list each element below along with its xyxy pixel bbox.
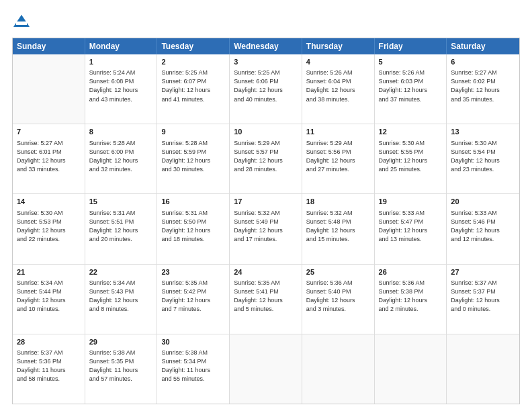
day-cell-10: 10Sunrise: 5:29 AM Sunset: 5:57 PM Dayli… (230, 124, 302, 193)
weekday-header-thursday: Thursday (302, 38, 375, 54)
day-cell-25: 25Sunrise: 5:36 AM Sunset: 5:40 PM Dayli… (302, 265, 375, 334)
day-cell-1: 1Sunrise: 5:24 AM Sunset: 6:08 PM Daylig… (85, 54, 158, 124)
day-cell-21: 21Sunrise: 5:34 AM Sunset: 5:44 PM Dayli… (13, 265, 85, 334)
day-number: 19 (379, 197, 443, 207)
day-cell-15: 15Sunrise: 5:31 AM Sunset: 5:51 PM Dayli… (85, 194, 158, 263)
day-cell-4: 4Sunrise: 5:26 AM Sunset: 6:04 PM Daylig… (302, 54, 375, 124)
calendar-row-4: 28Sunrise: 5:37 AM Sunset: 5:36 PM Dayli… (13, 334, 519, 404)
calendar-row-1: 7Sunrise: 5:27 AM Sunset: 6:01 PM Daylig… (13, 124, 519, 194)
day-number: 6 (451, 57, 515, 67)
day-number: 30 (161, 337, 225, 347)
page: SundayMondayTuesdayWednesdayThursdayFrid… (0, 0, 532, 411)
logo (12, 12, 34, 31)
day-info: Sunrise: 5:34 AM Sunset: 5:44 PM Dayligh… (17, 279, 81, 314)
day-info: Sunrise: 5:28 AM Sunset: 5:59 PM Dayligh… (161, 139, 225, 174)
day-info: Sunrise: 5:35 AM Sunset: 5:41 PM Dayligh… (234, 279, 298, 314)
day-number: 11 (306, 127, 370, 137)
day-cell-7: 7Sunrise: 5:27 AM Sunset: 6:01 PM Daylig… (13, 124, 85, 193)
weekday-header-tuesday: Tuesday (157, 38, 230, 54)
day-cell-27: 27Sunrise: 5:37 AM Sunset: 5:37 PM Dayli… (447, 265, 519, 334)
day-cell-18: 18Sunrise: 5:32 AM Sunset: 5:48 PM Dayli… (302, 194, 375, 263)
weekday-header-wednesday: Wednesday (230, 38, 302, 54)
day-number: 16 (161, 197, 225, 207)
empty-cell-4-4 (302, 334, 375, 404)
day-cell-23: 23Sunrise: 5:35 AM Sunset: 5:42 PM Dayli… (157, 265, 230, 334)
day-cell-19: 19Sunrise: 5:33 AM Sunset: 5:47 PM Dayli… (375, 194, 447, 263)
logo-icon (12, 12, 31, 31)
empty-cell-4-3 (230, 334, 302, 404)
day-info: Sunrise: 5:31 AM Sunset: 5:51 PM Dayligh… (89, 209, 153, 244)
day-number: 20 (451, 197, 515, 207)
day-info: Sunrise: 5:32 AM Sunset: 5:48 PM Dayligh… (306, 209, 370, 244)
calendar-row-3: 21Sunrise: 5:34 AM Sunset: 5:44 PM Dayli… (13, 265, 519, 334)
day-cell-20: 20Sunrise: 5:33 AM Sunset: 5:46 PM Dayli… (447, 194, 519, 263)
day-cell-11: 11Sunrise: 5:29 AM Sunset: 5:56 PM Dayli… (302, 124, 375, 193)
day-info: Sunrise: 5:28 AM Sunset: 6:00 PM Dayligh… (89, 139, 153, 174)
day-number: 21 (17, 267, 81, 277)
day-number: 29 (89, 337, 153, 347)
empty-cell-4-6 (447, 334, 519, 404)
day-cell-14: 14Sunrise: 5:30 AM Sunset: 5:53 PM Dayli… (13, 194, 85, 263)
day-cell-8: 8Sunrise: 5:28 AM Sunset: 6:00 PM Daylig… (85, 124, 158, 193)
day-cell-24: 24Sunrise: 5:35 AM Sunset: 5:41 PM Dayli… (230, 265, 302, 334)
day-number: 23 (161, 267, 225, 277)
calendar-body: 1Sunrise: 5:24 AM Sunset: 6:08 PM Daylig… (13, 54, 519, 404)
day-cell-26: 26Sunrise: 5:36 AM Sunset: 5:38 PM Dayli… (375, 265, 447, 334)
day-info: Sunrise: 5:36 AM Sunset: 5:38 PM Dayligh… (379, 279, 443, 314)
day-info: Sunrise: 5:32 AM Sunset: 5:49 PM Dayligh… (234, 209, 298, 244)
day-number: 2 (161, 57, 225, 67)
day-number: 14 (17, 197, 81, 207)
day-info: Sunrise: 5:30 AM Sunset: 5:53 PM Dayligh… (17, 209, 81, 244)
day-number: 7 (17, 127, 81, 137)
day-info: Sunrise: 5:25 AM Sunset: 6:06 PM Dayligh… (234, 68, 298, 103)
day-cell-16: 16Sunrise: 5:31 AM Sunset: 5:50 PM Dayli… (157, 194, 230, 263)
day-number: 25 (306, 267, 370, 277)
day-info: Sunrise: 5:26 AM Sunset: 6:04 PM Dayligh… (306, 68, 370, 103)
day-cell-3: 3Sunrise: 5:25 AM Sunset: 6:06 PM Daylig… (230, 54, 302, 124)
day-info: Sunrise: 5:25 AM Sunset: 6:07 PM Dayligh… (161, 68, 225, 103)
day-cell-12: 12Sunrise: 5:30 AM Sunset: 5:55 PM Dayli… (375, 124, 447, 193)
day-cell-6: 6Sunrise: 5:27 AM Sunset: 6:02 PM Daylig… (447, 54, 519, 124)
empty-cell-4-5 (375, 334, 447, 404)
day-number: 26 (379, 267, 443, 277)
weekday-header-sunday: Sunday (13, 38, 85, 54)
day-info: Sunrise: 5:27 AM Sunset: 6:02 PM Dayligh… (451, 68, 515, 103)
day-number: 12 (379, 127, 443, 137)
day-number: 3 (234, 57, 298, 67)
day-number: 1 (89, 57, 153, 67)
day-cell-17: 17Sunrise: 5:32 AM Sunset: 5:49 PM Dayli… (230, 194, 302, 263)
day-number: 15 (89, 197, 153, 207)
day-info: Sunrise: 5:27 AM Sunset: 6:01 PM Dayligh… (17, 139, 81, 174)
calendar-row-0: 1Sunrise: 5:24 AM Sunset: 6:08 PM Daylig… (13, 54, 519, 124)
day-info: Sunrise: 5:24 AM Sunset: 6:08 PM Dayligh… (89, 68, 153, 103)
day-cell-2: 2Sunrise: 5:25 AM Sunset: 6:07 PM Daylig… (157, 54, 230, 124)
day-number: 10 (234, 127, 298, 137)
day-cell-5: 5Sunrise: 5:26 AM Sunset: 6:03 PM Daylig… (375, 54, 447, 124)
day-number: 27 (451, 267, 515, 277)
header (12, 12, 520, 31)
day-number: 28 (17, 337, 81, 347)
day-info: Sunrise: 5:36 AM Sunset: 5:40 PM Dayligh… (306, 279, 370, 314)
day-info: Sunrise: 5:29 AM Sunset: 5:56 PM Dayligh… (306, 139, 370, 174)
day-number: 9 (161, 127, 225, 137)
day-number: 18 (306, 197, 370, 207)
weekday-header-monday: Monday (85, 38, 158, 54)
day-info: Sunrise: 5:30 AM Sunset: 5:55 PM Dayligh… (379, 139, 443, 174)
day-cell-13: 13Sunrise: 5:30 AM Sunset: 5:54 PM Dayli… (447, 124, 519, 193)
day-number: 5 (379, 57, 443, 67)
day-number: 8 (89, 127, 153, 137)
day-info: Sunrise: 5:33 AM Sunset: 5:46 PM Dayligh… (451, 209, 515, 244)
calendar-row-2: 14Sunrise: 5:30 AM Sunset: 5:53 PM Dayli… (13, 194, 519, 264)
day-cell-28: 28Sunrise: 5:37 AM Sunset: 5:36 PM Dayli… (13, 334, 85, 404)
day-number: 13 (451, 127, 515, 137)
day-number: 4 (306, 57, 370, 67)
day-cell-22: 22Sunrise: 5:34 AM Sunset: 5:43 PM Dayli… (85, 265, 158, 334)
svg-rect-2 (16, 21, 27, 25)
day-number: 24 (234, 267, 298, 277)
empty-cell-0-0 (13, 54, 85, 124)
day-info: Sunrise: 5:34 AM Sunset: 5:43 PM Dayligh… (89, 279, 153, 314)
day-info: Sunrise: 5:29 AM Sunset: 5:57 PM Dayligh… (234, 139, 298, 174)
day-cell-30: 30Sunrise: 5:38 AM Sunset: 5:34 PM Dayli… (157, 334, 230, 404)
weekday-header-friday: Friday (375, 38, 447, 54)
day-number: 22 (89, 267, 153, 277)
